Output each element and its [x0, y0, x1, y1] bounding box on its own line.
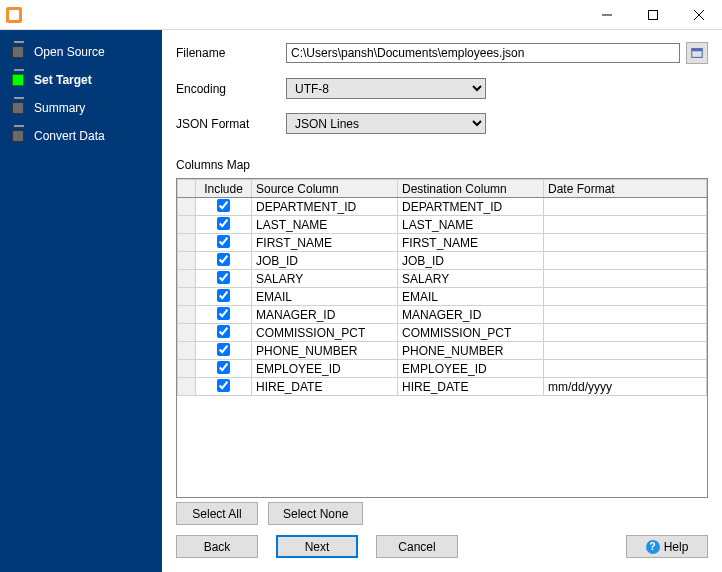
source-column-cell[interactable]: JOB_ID [252, 252, 398, 270]
close-button[interactable] [676, 0, 722, 30]
table-row[interactable]: PHONE_NUMBERPHONE_NUMBER [178, 342, 707, 360]
row-header[interactable] [178, 306, 196, 324]
col-header-date-format[interactable]: Date Format [544, 180, 707, 198]
date-format-cell[interactable] [544, 216, 707, 234]
destination-column-cell[interactable]: LAST_NAME [398, 216, 544, 234]
table-row[interactable]: SALARYSALARY [178, 270, 707, 288]
source-column-cell[interactable]: COMMISSION_PCT [252, 324, 398, 342]
table-row[interactable]: FIRST_NAMEFIRST_NAME [178, 234, 707, 252]
table-row[interactable]: EMPLOYEE_IDEMPLOYEE_ID [178, 360, 707, 378]
destination-column-cell[interactable]: JOB_ID [398, 252, 544, 270]
include-cell[interactable] [196, 378, 252, 396]
include-checkbox[interactable] [217, 217, 230, 230]
include-checkbox[interactable] [217, 235, 230, 248]
table-row[interactable]: COMMISSION_PCTCOMMISSION_PCT [178, 324, 707, 342]
source-column-cell[interactable]: PHONE_NUMBER [252, 342, 398, 360]
browse-button[interactable] [686, 42, 708, 64]
date-format-cell[interactable] [544, 198, 707, 216]
source-column-cell[interactable]: DEPARTMENT_ID [252, 198, 398, 216]
include-cell[interactable] [196, 342, 252, 360]
row-header[interactable] [178, 270, 196, 288]
row-header[interactable] [178, 216, 196, 234]
table-row[interactable]: JOB_IDJOB_ID [178, 252, 707, 270]
destination-column-cell[interactable]: EMPLOYEE_ID [398, 360, 544, 378]
include-checkbox[interactable] [217, 379, 230, 392]
row-header[interactable] [178, 324, 196, 342]
destination-column-cell[interactable]: COMMISSION_PCT [398, 324, 544, 342]
source-column-cell[interactable]: FIRST_NAME [252, 234, 398, 252]
filename-input[interactable] [286, 43, 680, 63]
include-cell[interactable] [196, 252, 252, 270]
row-header[interactable] [178, 288, 196, 306]
back-button[interactable]: Back [176, 535, 258, 558]
source-column-cell[interactable]: LAST_NAME [252, 216, 398, 234]
source-column-cell[interactable]: EMAIL [252, 288, 398, 306]
col-header-source[interactable]: Source Column [252, 180, 398, 198]
include-cell[interactable] [196, 270, 252, 288]
maximize-button[interactable] [630, 0, 676, 30]
destination-column-cell[interactable]: DEPARTMENT_ID [398, 198, 544, 216]
include-cell[interactable] [196, 216, 252, 234]
row-header[interactable] [178, 360, 196, 378]
row-header-blank [178, 180, 196, 198]
include-cell[interactable] [196, 198, 252, 216]
wizard-step-set-target[interactable]: Set Target [0, 66, 162, 94]
include-cell[interactable] [196, 288, 252, 306]
row-header[interactable] [178, 342, 196, 360]
date-format-cell[interactable]: mm/dd/yyyy [544, 378, 707, 396]
row-header[interactable] [178, 378, 196, 396]
destination-column-cell[interactable]: HIRE_DATE [398, 378, 544, 396]
col-header-destination[interactable]: Destination Column [398, 180, 544, 198]
destination-column-cell[interactable]: EMAIL [398, 288, 544, 306]
include-cell[interactable] [196, 234, 252, 252]
include-checkbox[interactable] [217, 289, 230, 302]
col-header-include[interactable]: Include [196, 180, 252, 198]
include-cell[interactable] [196, 306, 252, 324]
source-column-cell[interactable]: EMPLOYEE_ID [252, 360, 398, 378]
date-format-cell[interactable] [544, 360, 707, 378]
help-button[interactable]: ? Help [626, 535, 708, 558]
include-checkbox[interactable] [217, 307, 230, 320]
wizard-step-convert-data[interactable]: Convert Data [0, 122, 162, 150]
include-checkbox[interactable] [217, 271, 230, 284]
table-row[interactable]: HIRE_DATEHIRE_DATEmm/dd/yyyy [178, 378, 707, 396]
date-format-cell[interactable] [544, 252, 707, 270]
include-checkbox[interactable] [217, 253, 230, 266]
destination-column-cell[interactable]: MANAGER_ID [398, 306, 544, 324]
date-format-cell[interactable] [544, 342, 707, 360]
date-format-cell[interactable] [544, 324, 707, 342]
include-cell[interactable] [196, 360, 252, 378]
table-row[interactable]: LAST_NAMELAST_NAME [178, 216, 707, 234]
date-format-cell[interactable] [544, 270, 707, 288]
destination-column-cell[interactable]: PHONE_NUMBER [398, 342, 544, 360]
row-header[interactable] [178, 198, 196, 216]
encoding-select[interactable]: UTF-8 [286, 78, 486, 99]
destination-column-cell[interactable]: SALARY [398, 270, 544, 288]
include-checkbox[interactable] [217, 325, 230, 338]
row-header[interactable] [178, 252, 196, 270]
date-format-cell[interactable] [544, 288, 707, 306]
next-button[interactable]: Next [276, 535, 358, 558]
wizard-step-summary[interactable]: Summary [0, 94, 162, 122]
include-cell[interactable] [196, 324, 252, 342]
json-format-select[interactable]: JSON Lines [286, 113, 486, 134]
source-column-cell[interactable]: SALARY [252, 270, 398, 288]
table-row[interactable]: MANAGER_IDMANAGER_ID [178, 306, 707, 324]
include-checkbox[interactable] [217, 199, 230, 212]
destination-column-cell[interactable]: FIRST_NAME [398, 234, 544, 252]
select-none-button[interactable]: Select None [268, 502, 363, 525]
date-format-cell[interactable] [544, 306, 707, 324]
row-header[interactable] [178, 234, 196, 252]
minimize-button[interactable] [584, 0, 630, 30]
table-row[interactable]: DEPARTMENT_IDDEPARTMENT_ID [178, 198, 707, 216]
date-format-cell[interactable] [544, 234, 707, 252]
include-checkbox[interactable] [217, 361, 230, 374]
wizard-step-open-source[interactable]: Open Source [0, 38, 162, 66]
include-checkbox[interactable] [217, 343, 230, 356]
cancel-button[interactable]: Cancel [376, 535, 458, 558]
source-column-cell[interactable]: MANAGER_ID [252, 306, 398, 324]
table-row[interactable]: EMAILEMAIL [178, 288, 707, 306]
select-all-button[interactable]: Select All [176, 502, 258, 525]
columns-map-grid[interactable]: Include Source Column Destination Column… [176, 178, 708, 498]
source-column-cell[interactable]: HIRE_DATE [252, 378, 398, 396]
